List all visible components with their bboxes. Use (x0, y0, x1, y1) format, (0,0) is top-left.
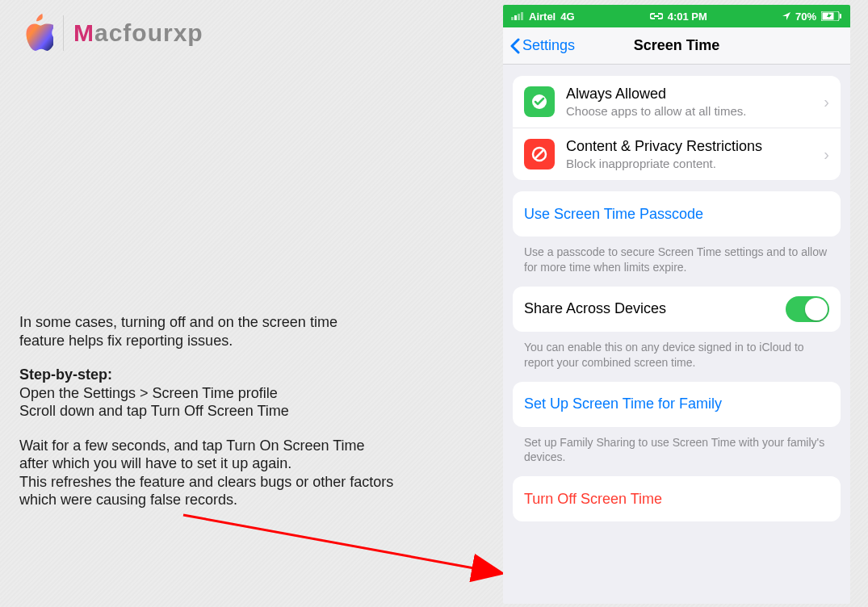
carrier-label: Airtel (529, 10, 556, 23)
note-share: You can enable this on any device signed… (503, 332, 850, 370)
row-use-passcode[interactable]: Use Screen Time Passcode (513, 191, 841, 237)
signal-icon (511, 12, 524, 20)
svg-rect-4 (521, 12, 523, 20)
svg-line-10 (535, 150, 543, 158)
back-label: Settings (522, 37, 575, 54)
status-bar: Airtel 4G 4:01 PM 70% (503, 5, 850, 27)
share-toggle[interactable] (786, 296, 829, 322)
group-family: Set Up Screen Time for Family (513, 382, 841, 427)
row-title: Turn Off Screen Time (524, 491, 829, 508)
brand-wordmark: Macfourxp (73, 19, 203, 47)
row-title: Share Across Devices (524, 300, 786, 317)
row-title: Always Allowed (566, 86, 824, 103)
no-symbol-icon (524, 139, 555, 170)
row-title: Use Screen Time Passcode (524, 206, 829, 223)
group-rows: Always Allowed Choose apps to allow at a… (513, 76, 841, 180)
location-icon (782, 12, 790, 20)
row-title: Set Up Screen Time for Family (524, 396, 829, 412)
row-content-privacy[interactable]: Content & Privacy Restrictions Block ina… (513, 128, 841, 180)
svg-rect-7 (840, 14, 841, 19)
clock-label: 4:01 PM (668, 10, 707, 23)
copy-line: after which you will have to set it up a… (19, 454, 472, 473)
nav-bar: Settings Screen Time (503, 27, 850, 65)
row-setup-family[interactable]: Set Up Screen Time for Family (513, 382, 841, 427)
iphone-screenshot: Airtel 4G 4:01 PM 70% Settings Screen Ti… (503, 5, 850, 604)
copy-line: feature helps fix reporting issues. (19, 332, 472, 350)
copy-line: This refreshes the feature and clears bu… (19, 473, 472, 492)
copy-line: Open the Settings > Screen Time profile (19, 384, 472, 403)
battery-icon (821, 11, 842, 21)
brand-logo: Macfourxp (19, 13, 203, 53)
battery-label: 70% (795, 10, 816, 23)
group-passcode: Use Screen Time Passcode (513, 191, 841, 237)
note-passcode: Use a passcode to secure Screen Time set… (503, 237, 850, 275)
link-icon (650, 12, 663, 20)
brand-rest: acfourxp (94, 19, 203, 46)
back-button[interactable]: Settings (509, 37, 575, 54)
settings-content[interactable]: Always Allowed Choose apps to allow at a… (503, 65, 850, 604)
brand-m: M (73, 19, 94, 46)
nav-title: Screen Time (634, 37, 720, 54)
copy-line: In some cases, turning off and on the sc… (19, 313, 472, 332)
row-turn-off[interactable]: Turn Off Screen Time (513, 476, 841, 521)
check-circle-icon (524, 86, 555, 117)
row-subtitle: Choose apps to allow at all times. (566, 104, 824, 118)
copy-line: Scroll down and tap Turn Off Screen Time (19, 402, 472, 421)
row-title: Content & Privacy Restrictions (566, 138, 824, 155)
svg-rect-3 (518, 14, 520, 20)
copy-line: which were causing false records. (19, 491, 472, 509)
note-family: Set up Family Sharing to use Screen Time… (503, 427, 850, 466)
group-share: Share Across Devices (513, 287, 841, 332)
row-subtitle: Block inappropriate content. (566, 157, 824, 170)
apple-logo-icon (19, 13, 53, 53)
chevron-right-icon: › (824, 93, 829, 111)
chevron-right-icon: › (824, 145, 829, 164)
logo-divider (63, 15, 64, 51)
copy-line: Wait for a few seconds, and tap Turn On … (19, 437, 472, 455)
group-turnoff: Turn Off Screen Time (513, 476, 841, 521)
svg-rect-2 (514, 15, 517, 20)
step-heading: Step-by-step: (19, 366, 472, 384)
chevron-left-icon (509, 38, 521, 54)
svg-rect-1 (511, 17, 514, 20)
row-always-allowed[interactable]: Always Allowed Choose apps to allow at a… (513, 76, 841, 128)
row-share-devices[interactable]: Share Across Devices (513, 287, 841, 332)
instruction-text: In some cases, turning off and on the sc… (19, 313, 472, 525)
network-label: 4G (560, 10, 574, 23)
